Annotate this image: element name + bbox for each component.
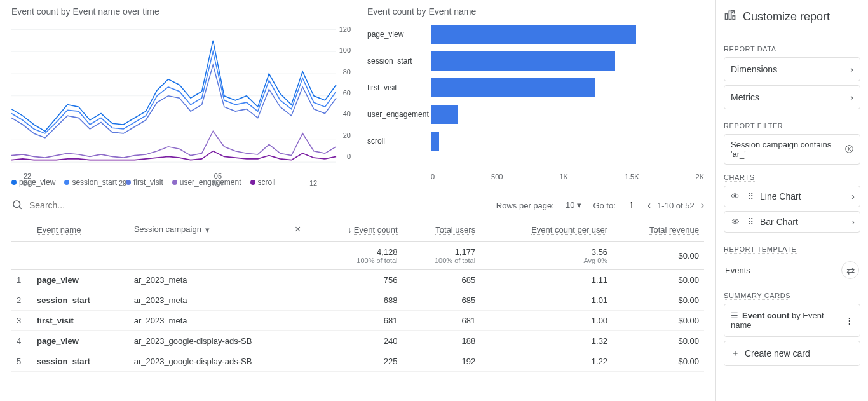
link-template-icon[interactable]: ⇄ [841,261,859,279]
chevron-down-icon: ▾ [577,200,581,210]
search-icon [11,199,23,212]
chevron-down-icon: ▾ [205,225,210,234]
col-ecpu[interactable]: Event count per user [531,225,607,235]
dimensions-button[interactable]: Dimensions› [724,57,860,81]
remove-filter-icon[interactable]: ⓧ [845,144,853,155]
events-table: Event name Session campaign ▾ × ↓ Event … [11,217,704,372]
chart-item-line[interactable]: 👁 ⠿ Line Chart › [724,186,860,207]
svg-line-8 [19,207,21,208]
line-chart-title: Event count by Event name over time [11,6,348,17]
svg-rect-10 [729,11,731,19]
card-icon: ☰ [731,311,738,320]
label-charts: CHARTS [724,173,755,182]
col-revenue[interactable]: Total revenue [649,225,699,235]
chevron-right-icon: › [851,217,855,227]
next-page-button[interactable]: › [701,200,704,211]
svg-point-7 [13,201,20,208]
visibility-icon[interactable]: 👁 [729,191,741,201]
create-card-button[interactable]: ＋ Create new card [724,341,860,366]
bar-chart[interactable]: page_viewsession_startfirst_visituser_en… [367,23,704,169]
visibility-icon[interactable]: 👁 [729,217,741,227]
label-report-data: REPORT DATA [724,45,776,53]
line-chart[interactable] [11,23,348,175]
chevron-right-icon: › [850,92,853,102]
table-row[interactable]: 3first_visitar_2023_meta6816811.00$0.00 [11,311,704,331]
template-name: Events [725,266,750,275]
summary-card-item[interactable]: ☰Event count by Event name ⋮ [724,304,860,337]
col-event-name[interactable]: Event name [37,225,81,235]
col-session-campaign[interactable]: Session campaign ▾ [134,224,210,234]
rows-per-page-select[interactable]: 10▾ [560,200,587,210]
plus-icon: ＋ [731,348,740,359]
svg-rect-9 [726,14,728,20]
bar-chart-title: Event count by Event name [367,6,704,17]
bar-chart-card: Event count by Event name page_viewsessi… [367,6,704,187]
customize-title: Customize report [743,10,830,24]
label-report-filter: REPORT FILTER [724,122,783,130]
chevron-right-icon: › [851,191,855,201]
metrics-button[interactable]: Metrics› [724,85,860,109]
customize-panel: Customize report REPORT DATA Dimensions›… [715,0,868,401]
svg-rect-11 [733,16,735,20]
table-row[interactable]: 5session_startar_2023_google-display-ads… [11,351,704,372]
search-bar: Rows per page: 10▾ Go to: ‹ 1-10 of 52 › [11,198,704,212]
label-report-template: REPORT TEMPLATE [724,245,797,254]
goto-label: Go to: [593,201,615,210]
table-row[interactable]: 2session_startar_2023_meta6886851.01$0.0… [11,290,704,311]
table-row[interactable]: 4page_viewar_2023_google-display-ads-SB2… [11,331,704,351]
chevron-right-icon: › [850,64,853,74]
line-chart-card: Event count by Event name over time 0204… [11,6,348,187]
col-event-count[interactable]: Event count [354,225,398,235]
sort-desc-icon: ↓ [348,226,351,234]
page-range: 1-10 of 52 [657,201,695,210]
table-row[interactable]: 1page_viewar_2023_meta7566851.11$0.00 [11,270,704,290]
goto-input[interactable] [622,198,641,212]
filter-chip[interactable]: Session campaign contains 'ar_' ⓧ [724,134,860,165]
drag-handle-icon[interactable]: ⠿ [747,217,754,227]
card-menu-icon[interactable]: ⋮ [845,316,853,325]
rows-per-page-label: Rows per page: [496,201,554,210]
drag-handle-icon[interactable]: ⠿ [747,191,754,201]
search-input[interactable] [29,200,490,210]
chart-item-bar[interactable]: 👁 ⠿ Bar Chart › [724,211,860,233]
prev-page-button[interactable]: ‹ [648,200,651,211]
customize-icon [724,9,736,25]
remove-dimension-button[interactable]: × [290,224,306,234]
label-summary-cards: SUMMARY CARDS [724,292,790,300]
col-total-users[interactable]: Total users [435,225,475,235]
